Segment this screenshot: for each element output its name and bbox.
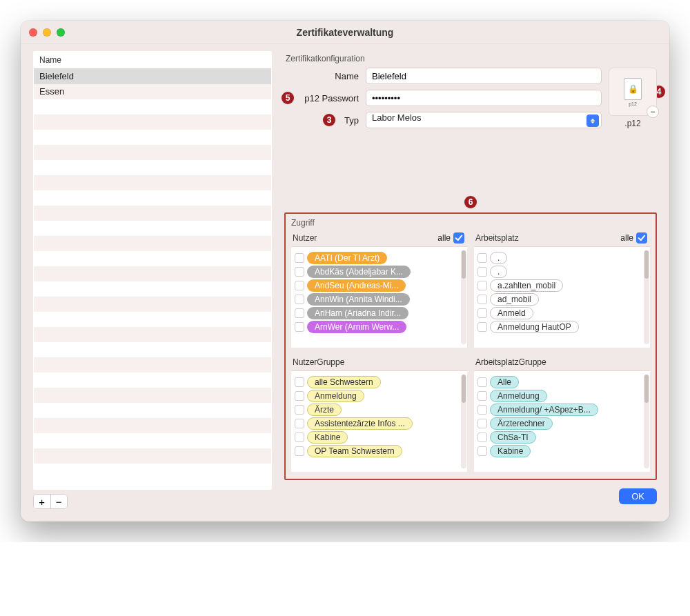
checkbox[interactable]: [295, 446, 304, 456]
checkbox[interactable]: [477, 405, 487, 415]
list-row: [34, 99, 271, 115]
list-row: [34, 145, 271, 160]
checkbox[interactable]: [295, 377, 304, 387]
tag-row[interactable]: alle Schwestern: [295, 376, 464, 388]
tag-label: Ärzte: [307, 404, 342, 416]
list-row: [34, 266, 271, 281]
list-row: [34, 433, 271, 448]
hint-3-icon: 3: [323, 114, 335, 126]
arbeitsplatz-all-checkbox[interactable]: [636, 232, 647, 244]
type-label: Typ: [284, 115, 359, 126]
p12-dropzone[interactable]: p12 −: [609, 68, 657, 116]
tag-row[interactable]: Ärzte: [295, 404, 464, 416]
config-form: Name 5 p12 Passwort 3 Typ Labor Melos: [284, 68, 657, 134]
add-button[interactable]: +: [34, 495, 51, 508]
tag-row[interactable]: Assistentezärzte Infos ...: [295, 417, 464, 430]
tag-row[interactable]: AriHam (Ariadna Indir...: [295, 307, 464, 319]
checkbox[interactable]: [477, 433, 487, 442]
tag-row[interactable]: Anmeldung/ +ASpez+B...: [477, 404, 647, 416]
tag-row[interactable]: Ärzterechner: [477, 417, 647, 430]
panel-arbeitsplatzgruppe: ArbeitsplatzGruppe AlleAnmeldungAnmeldun…: [474, 355, 650, 472]
tag-row[interactable]: Alle: [477, 376, 647, 388]
checkbox[interactable]: [477, 308, 487, 318]
p12-icon-caption: p12: [629, 101, 637, 106]
checkbox[interactable]: [477, 267, 487, 277]
list-row: [34, 236, 271, 251]
panel-nutzer-title: Nutzer: [293, 233, 437, 243]
tag-row[interactable]: a.zahlten_mobil: [477, 279, 647, 292]
tag-row[interactable]: Anmeldung: [477, 390, 647, 402]
checkbox[interactable]: [295, 308, 304, 318]
checkbox[interactable]: [477, 322, 487, 332]
tag-row[interactable]: AATI (Der TI Arzt): [295, 252, 464, 264]
tag-label: AndSeu (Andreas-Mi...: [307, 279, 406, 292]
checkbox[interactable]: [295, 419, 304, 428]
left-pane: Name BielefeldEssen + −: [33, 51, 272, 509]
checkbox[interactable]: [477, 446, 487, 456]
checkbox[interactable]: [477, 295, 487, 304]
tag-label: Anmeld: [490, 307, 533, 319]
list-row[interactable]: Essen: [34, 84, 271, 99]
list-row[interactable]: Bielefeld: [34, 69, 271, 84]
tag-label: Kabine: [307, 431, 348, 444]
panel-arbeitsplatz: Arbeitsplatz alle ..a.zahlten_mobilad_mo…: [474, 230, 650, 348]
tag-row[interactable]: AbdKäs (Abdeljabar K...: [295, 266, 464, 278]
checkbox[interactable]: [295, 267, 304, 277]
checkbox[interactable]: [295, 391, 304, 401]
nutzer-all-checkbox[interactable]: [453, 232, 464, 244]
tag-row[interactable]: Kabine: [295, 431, 464, 444]
checkbox[interactable]: [477, 377, 487, 387]
hint-6-icon: 6: [464, 196, 477, 208]
list-row: [34, 418, 271, 433]
list-row: [34, 297, 271, 312]
scrollbar[interactable]: [461, 250, 466, 344]
checkbox[interactable]: [477, 253, 487, 263]
chevron-updown-icon: [586, 115, 599, 127]
type-select[interactable]: Labor Melos: [366, 112, 602, 128]
tag-row[interactable]: ArnWer (Arnim Werw...: [295, 321, 464, 333]
tag-row[interactable]: Anmeldung HautOP: [477, 321, 647, 333]
checkbox[interactable]: [295, 295, 304, 304]
name-input[interactable]: [366, 68, 602, 84]
checkbox[interactable]: [295, 405, 304, 415]
tag-row[interactable]: AndSeu (Andreas-Mi...: [295, 279, 464, 292]
panel-nutzergruppe-title: NutzerGruppe: [293, 357, 464, 367]
checkbox[interactable]: [477, 419, 487, 428]
list-row: [34, 175, 271, 190]
tag-row[interactable]: Anmeld: [477, 307, 647, 319]
access-section-title: Zugriff: [291, 218, 650, 228]
file-lock-icon: [624, 78, 642, 100]
tag-row[interactable]: ChSa-TI: [477, 431, 647, 444]
tag-label: Anmeldung: [490, 390, 547, 402]
list-row: [34, 372, 271, 388]
checkbox[interactable]: [295, 253, 304, 263]
tag-label: Anmeldung/ +ASpez+B...: [490, 404, 598, 416]
password-input[interactable]: [366, 90, 602, 106]
tag-row[interactable]: OP Team Schwestern: [295, 445, 464, 457]
tag-row[interactable]: ad_mobil: [477, 293, 647, 306]
tag-row[interactable]: AnnWin (Annita Windi...: [295, 293, 464, 306]
checkbox[interactable]: [295, 281, 304, 290]
tag-row[interactable]: Anmeldung: [295, 390, 464, 402]
checkbox[interactable]: [295, 433, 304, 442]
tag-label: AATI (Der TI Arzt): [307, 252, 387, 264]
content: Name BielefeldEssen + − Zertifikatkonfig…: [21, 44, 669, 521]
remove-p12-button[interactable]: −: [647, 106, 659, 118]
tag-row[interactable]: Kabine: [477, 445, 647, 457]
checkbox[interactable]: [477, 391, 487, 401]
checkbox[interactable]: [477, 281, 487, 290]
password-label: p12 Passwort: [284, 93, 359, 103]
window-title: Zertifikateverwaltung: [21, 27, 669, 38]
all-label: alle: [437, 233, 451, 243]
remove-button[interactable]: −: [51, 495, 68, 508]
ok-button[interactable]: OK: [619, 488, 657, 504]
tag-row[interactable]: .: [477, 252, 647, 264]
scrollbar[interactable]: [644, 250, 649, 344]
tag-label: .: [490, 252, 507, 264]
scrollbar[interactable]: [644, 375, 649, 468]
tag-row[interactable]: .: [477, 266, 647, 278]
config-section-title: Zertifikatkonfiguration: [286, 54, 657, 63]
scrollbar[interactable]: [461, 375, 466, 468]
checkbox[interactable]: [295, 322, 304, 332]
tag-label: Anmeldung HautOP: [490, 321, 579, 333]
